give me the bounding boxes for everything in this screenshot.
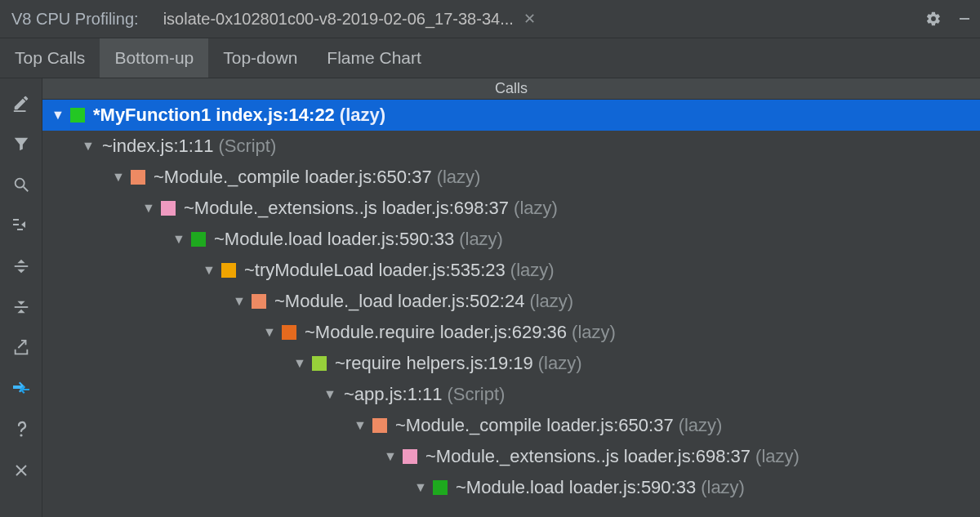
svg-rect-4 — [13, 219, 19, 221]
svg-point-10 — [20, 434, 22, 436]
svg-point-2 — [15, 179, 24, 188]
tab-label: Top-down — [223, 48, 297, 68]
call-name: ~Module._extensions..js loader.js:698:37 — [425, 446, 751, 467]
tree-row[interactable]: ▼~require helpers.js:19:19 (lazy) — [42, 348, 980, 379]
call-suffix: (Script) — [447, 384, 505, 405]
color-swatch — [372, 418, 387, 433]
tree-row[interactable]: ▼~Module._extensions..js loader.js:698:3… — [42, 193, 980, 224]
expand-arrow-icon[interactable]: ▼ — [200, 263, 218, 278]
side-toolbar — [0, 78, 42, 517]
call-name: ~Module._load loader.js:502:24 — [274, 291, 524, 312]
collapse-tree-icon — [11, 216, 31, 234]
expand-all-icon — [12, 257, 30, 275]
svg-line-3 — [23, 187, 28, 192]
svg-line-9 — [18, 341, 25, 348]
profile-file-label: isolate-0x102801c00-v8-2019-02-06_17-38-… — [163, 10, 514, 29]
close-icon — [14, 463, 29, 478]
minimize-button[interactable] — [949, 0, 980, 38]
expand-all-button[interactable] — [5, 250, 38, 283]
expand-arrow-icon[interactable]: ▼ — [381, 449, 399, 464]
edit-button[interactable] — [5, 87, 38, 119]
expand-arrow-icon[interactable]: ▼ — [79, 139, 97, 154]
call-name: ~tryModuleLoad loader.js:535:23 — [244, 260, 506, 281]
color-swatch — [403, 449, 417, 464]
svg-rect-5 — [13, 224, 19, 225]
tree-row[interactable]: ▼~Module.require loader.js:629:36 (lazy) — [42, 317, 980, 348]
call-suffix: (lazy) — [529, 291, 573, 312]
body: Calls ▼*MyFunction1 index.js:14:22 (lazy… — [0, 78, 980, 517]
svg-rect-8 — [14, 306, 28, 308]
settings-button[interactable] — [918, 0, 949, 38]
call-name: ~Module._compile loader.js:650:37 — [395, 415, 674, 436]
svg-rect-7 — [14, 265, 28, 267]
collapse-all-button[interactable] — [5, 291, 38, 323]
expand-arrow-icon[interactable]: ▼ — [109, 170, 127, 185]
profile-file-tab[interactable]: isolate-0x102801c00-v8-2019-02-06_17-38-… — [150, 0, 549, 38]
tree-row[interactable]: ▼~Module._compile loader.js:650:37 (lazy… — [42, 162, 980, 193]
call-name: ~Module.require loader.js:629:36 — [305, 322, 567, 343]
call-suffix: (lazy) — [538, 353, 582, 374]
tab-top-calls[interactable]: Top Calls — [0, 38, 100, 78]
color-swatch — [252, 294, 266, 309]
tab-top-down[interactable]: Top-down — [208, 38, 312, 78]
svg-rect-6 — [17, 229, 23, 230]
help-button[interactable] — [5, 413, 38, 446]
export-button[interactable] — [5, 332, 38, 364]
expand-arrow-icon[interactable]: ▼ — [170, 232, 188, 247]
tree-row[interactable]: ▼~index.js:1:11 (Script) — [42, 131, 980, 162]
tree-row[interactable]: ▼~Module._load loader.js:502:24 (lazy) — [42, 286, 980, 317]
expand-arrow-icon[interactable]: ▼ — [140, 201, 158, 216]
tree-row[interactable]: ▼~tryModuleLoad loader.js:535:23 (lazy) — [42, 255, 980, 286]
call-suffix: (lazy) — [459, 229, 503, 250]
expand-arrow-icon[interactable]: ▼ — [49, 108, 67, 123]
view-tabs: Top Calls Bottom-up Top-down Flame Chart — [0, 38, 980, 78]
expand-arrow-icon[interactable]: ▼ — [412, 480, 430, 495]
color-swatch — [70, 108, 85, 123]
tree-row[interactable]: ▼~Module._extensions..js loader.js:698:3… — [42, 441, 980, 472]
call-name: ~Module._extensions..js loader.js:698:37 — [184, 198, 509, 219]
call-suffix: (lazy) — [679, 415, 723, 436]
color-swatch — [282, 325, 296, 340]
close-panel-button[interactable] — [5, 454, 38, 487]
tab-bottom-up[interactable]: Bottom-up — [100, 38, 208, 78]
color-swatch — [161, 201, 176, 216]
call-name: ~index.js:1:11 — [102, 136, 213, 157]
collapse-recursive-button[interactable] — [5, 209, 38, 242]
expand-arrow-icon[interactable]: ▼ — [230, 294, 248, 309]
search-icon — [12, 176, 30, 194]
calls-area: Calls ▼*MyFunction1 index.js:14:22 (lazy… — [42, 78, 980, 517]
tree-row[interactable]: ▼~Module.load loader.js:590:33 (lazy) — [42, 472, 980, 503]
call-tree[interactable]: ▼*MyFunction1 index.js:14:22 (lazy)▼~ind… — [42, 100, 980, 517]
call-suffix: (lazy) — [340, 105, 385, 126]
close-tab-icon[interactable]: ✕ — [523, 10, 536, 28]
call-suffix: (Script) — [218, 136, 276, 157]
color-swatch — [433, 480, 448, 495]
tab-label: Top Calls — [15, 48, 85, 68]
call-suffix: (lazy) — [755, 446, 800, 467]
tree-row[interactable]: ▼*MyFunction1 index.js:14:22 (lazy) — [42, 100, 980, 131]
call-suffix: (lazy) — [572, 322, 616, 343]
expand-arrow-icon[interactable]: ▼ — [261, 325, 278, 340]
calls-column-header[interactable]: Calls — [42, 78, 980, 100]
title-bar: V8 CPU Profiling: isolate-0x102801c00-v8… — [0, 0, 980, 38]
expand-arrow-icon[interactable]: ▼ — [291, 356, 309, 371]
call-name: ~app.js:1:11 — [344, 384, 442, 405]
call-suffix: (lazy) — [514, 198, 558, 219]
tab-label: Bottom-up — [114, 48, 194, 68]
tab-label: Flame Chart — [327, 48, 421, 68]
compare-button[interactable] — [5, 372, 38, 405]
color-swatch — [131, 170, 145, 185]
compare-icon — [11, 380, 31, 398]
tree-row[interactable]: ▼~Module.load loader.js:590:33 (lazy) — [42, 224, 980, 255]
tree-row[interactable]: ▼~app.js:1:11 (Script) — [42, 379, 980, 410]
filter-button[interactable] — [5, 127, 38, 160]
gear-icon — [925, 11, 942, 27]
question-icon — [13, 420, 29, 439]
color-swatch — [191, 232, 206, 247]
expand-arrow-icon[interactable]: ▼ — [321, 387, 339, 402]
expand-arrow-icon[interactable]: ▼ — [351, 418, 369, 433]
search-button[interactable] — [5, 168, 38, 201]
tab-flame-chart[interactable]: Flame Chart — [312, 38, 436, 78]
color-swatch — [221, 263, 236, 278]
tree-row[interactable]: ▼~Module._compile loader.js:650:37 (lazy… — [42, 410, 980, 441]
